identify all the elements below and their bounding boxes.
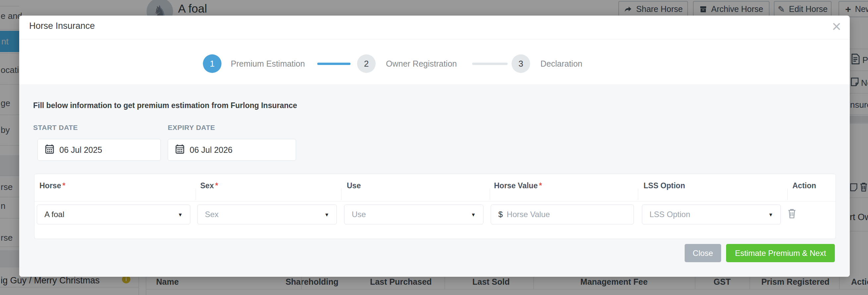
close-icon[interactable]: ×	[832, 17, 841, 36]
step-2-circle: 2	[357, 54, 376, 73]
required-asterisk: *	[538, 181, 542, 190]
sex-select[interactable]: Sex ▼	[197, 204, 337, 224]
step-3-circle: 3	[512, 54, 530, 73]
chevron-down-icon: ▼	[471, 212, 476, 218]
expiry-date-label: EXPIRY DATE	[168, 124, 215, 132]
chevron-down-icon: ▼	[324, 212, 329, 218]
start-date-input[interactable]: 06 Jul 2025	[37, 139, 161, 161]
grid-header-horse-value: Horse Value*	[494, 181, 542, 190]
currency-prefix: $	[498, 210, 503, 219]
horse-select-value: A foal	[44, 210, 64, 219]
screen: ♞ A foal Share Horse Archive Horse ✎ Edi…	[0, 0, 868, 295]
lss-option-placeholder: LSS Option	[650, 210, 690, 219]
horse-select[interactable]: A foal ▼	[37, 204, 190, 224]
step-2-label: Owner Registration	[386, 54, 457, 73]
intro-text: Fill below information to get premium es…	[33, 101, 297, 110]
divider	[341, 189, 341, 200]
grid-header-lss-option: LSS Option	[644, 181, 685, 190]
lss-option-select[interactable]: LSS Option ▼	[642, 204, 781, 224]
grid-header-sex: Sex*	[200, 181, 218, 190]
step-1-label: Premium Estimation	[231, 54, 305, 73]
estimate-premium-next-button[interactable]: Estimate Premium & Next	[726, 244, 835, 262]
close-button[interactable]: Close	[685, 244, 721, 262]
divider	[19, 39, 850, 39]
step-connector	[472, 63, 507, 65]
step-connector	[317, 63, 350, 65]
use-select-placeholder: Use	[352, 210, 366, 219]
delete-row-button[interactable]	[787, 208, 796, 220]
calendar-icon	[176, 144, 184, 156]
start-date-label: START DATE	[33, 124, 78, 132]
chevron-down-icon: ▼	[768, 212, 773, 218]
use-select[interactable]: Use ▼	[344, 204, 484, 224]
start-date-value: 06 Jul 2025	[59, 145, 102, 155]
divider	[34, 201, 836, 201]
modal-title: Horse Insurance	[29, 21, 95, 31]
divider	[196, 189, 196, 200]
divider	[638, 189, 638, 200]
expiry-date-input[interactable]: 06 Jul 2026	[168, 139, 296, 161]
horse-value-placeholder: Horse Value	[506, 210, 550, 219]
required-asterisk: *	[61, 181, 65, 190]
sex-select-placeholder: Sex	[205, 210, 218, 219]
premium-grid: Horse* Sex* Use Horse Value* LSS Option …	[34, 174, 836, 239]
grid-header-use: Use	[347, 181, 361, 190]
required-asterisk: *	[214, 181, 218, 190]
divider	[787, 189, 788, 200]
horse-insurance-modal: Horse Insurance × 1 Premium Estimation 2…	[19, 15, 850, 277]
grid-header-action: Action	[793, 181, 816, 190]
calendar-icon	[45, 144, 54, 156]
step-3-label: Declaration	[540, 54, 582, 73]
step-1-circle: 1	[203, 54, 221, 73]
divider	[490, 189, 490, 200]
horse-value-input[interactable]: $ Horse Value	[491, 204, 634, 224]
grid-header-horse: Horse*	[39, 181, 65, 190]
expiry-date-value: 06 Jul 2026	[190, 145, 232, 155]
chevron-down-icon: ▼	[178, 212, 183, 218]
